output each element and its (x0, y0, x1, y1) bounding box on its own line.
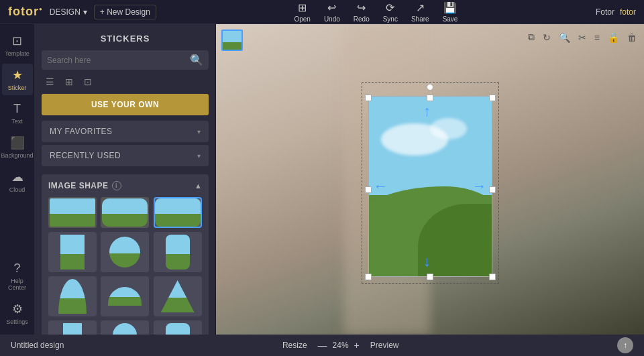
handle-top-middle[interactable] (427, 95, 433, 101)
lock-button[interactable]: 🔒 (606, 30, 621, 45)
shape-tall-circle[interactable] (101, 320, 149, 335)
background-icon: ⬛ (10, 135, 25, 150)
header: fotor● DESIGN ▾ + New Design ⊞ Open ↩ Un… (0, 0, 644, 24)
share-icon: ↗ (416, 1, 425, 14)
shape-landscape-rounded[interactable] (101, 197, 149, 228)
page-thumbnail[interactable] (221, 29, 243, 51)
resize-arrow-left: ← (374, 178, 388, 195)
undo-tool[interactable]: ↩ Undo (324, 1, 340, 23)
right-toolbar: ⧉ ↻ 🔍 ✂ ≡ 🔒 🗑 (526, 29, 639, 45)
sidebar-item-sticker[interactable]: ★ Sticker (2, 64, 33, 95)
shape-landscape-rect[interactable] (48, 197, 97, 228)
layers-button[interactable]: ≡ (592, 30, 602, 45)
favorites-chevron: ▾ (197, 128, 201, 135)
main-area: ⊡ Template ★ Sticker T Text ⬛ Background… (0, 24, 644, 335)
logo: fotor● (8, 5, 43, 19)
shape-tall-portrait[interactable] (48, 320, 97, 335)
new-design-button[interactable]: + New Design (94, 5, 156, 19)
grid-view-button[interactable]: ⊞ (62, 75, 76, 88)
zoom-out-button[interactable]: — (318, 340, 327, 351)
zoom-in-button[interactable]: + (354, 340, 360, 351)
sidebar-item-background[interactable]: ⬛ Background (2, 131, 33, 163)
text-icon: T (13, 102, 21, 116)
sidebar-item-template[interactable]: ⊡ Template (2, 29, 33, 61)
recently-used-accordion: RECENTLY USED ▾ (42, 145, 209, 166)
handle-top-left[interactable] (365, 95, 372, 101)
header-left: fotor● DESIGN ▾ + New Design (8, 5, 156, 19)
zoom-search-button[interactable]: 🔍 (557, 30, 572, 45)
bottom-center: Resize — 24% + Preview (282, 340, 399, 351)
open-tool[interactable]: ⊞ Open (294, 1, 310, 23)
header-tools: ⊞ Open ↩ Undo ↪ Redo ⟳ Sync ↗ Share 💾 Sa… (294, 1, 458, 23)
image-shape-title: IMAGE SHAPE i (48, 181, 121, 190)
view-options: ☰ ⊞ ⊡ (35, 75, 215, 94)
handle-middle-left[interactable] (365, 186, 372, 193)
zoom-controls: — 24% + (318, 340, 360, 351)
shape-portrait-rounded2[interactable] (154, 232, 202, 272)
sidebar-item-cloud[interactable]: ☁ Cloud (2, 166, 33, 197)
recently-chevron: ▾ (197, 152, 201, 160)
favorites-header[interactable]: MY FAVORITES ▾ (42, 121, 209, 142)
image-shape-info-icon[interactable]: i (112, 181, 121, 190)
canvas-selected-element[interactable]: ↑ ↓ ← → (368, 82, 492, 277)
handle-bottom-right[interactable] (489, 274, 496, 280)
shape-circle[interactable] (101, 232, 149, 272)
design-name: Untitled design (11, 341, 64, 350)
save-tool[interactable]: 💾 Save (443, 1, 458, 23)
header-right: Fotor fotor (596, 7, 636, 17)
rotate-handle[interactable] (427, 84, 433, 91)
redo-tool[interactable]: ↪ Redo (354, 1, 370, 23)
cloud-2 (430, 118, 467, 139)
search-icon: 🔍 (190, 54, 203, 66)
redo-icon: ↪ (357, 1, 366, 14)
sidebar-item-settings[interactable]: ⚙ Settings (2, 298, 33, 329)
cloud-icon: ☁ (11, 170, 23, 184)
handle-top-right[interactable] (489, 95, 496, 101)
search-bar[interactable]: 🔍 (42, 50, 209, 70)
collapse-icon[interactable]: ▲ (195, 182, 202, 190)
save-icon: 💾 (443, 1, 457, 14)
template-icon: ⊡ (12, 34, 22, 48)
resize-arrow-right: → (472, 178, 487, 195)
shape-portrait-rect[interactable] (48, 232, 97, 272)
zoom-value: 24% (333, 341, 349, 350)
resize-arrow-down: ↓ (423, 253, 431, 270)
open-icon: ⊞ (298, 1, 307, 14)
shape-grid (48, 197, 202, 335)
panel-title: STICKERS (35, 24, 215, 50)
shape-arch[interactable] (48, 276, 97, 316)
sidebar-item-help[interactable]: ? Help Center (2, 257, 33, 295)
bottom-left: Untitled design (11, 341, 64, 350)
cut-button[interactable]: ✂ (576, 30, 588, 45)
search-input[interactable] (47, 56, 186, 65)
bottom-action-button[interactable]: ↑ (617, 337, 633, 353)
preview-button[interactable]: Preview (370, 341, 399, 350)
handle-bottom-middle[interactable] (427, 274, 433, 280)
shape-square-rounded[interactable] (154, 197, 202, 228)
delete-button[interactable]: 🗑 (625, 30, 639, 45)
shape-tall-diamond[interactable] (154, 320, 202, 335)
undo-icon: ↩ (327, 1, 336, 14)
bottom-bar: Untitled design Resize — 24% + Preview ↑ (0, 335, 644, 356)
thumbnail-1[interactable] (221, 29, 243, 51)
bottom-right: ↑ (617, 337, 633, 353)
shape-triangle[interactable] (154, 276, 202, 316)
handle-middle-right[interactable] (489, 186, 496, 193)
sidebar: ⊡ Template ★ Sticker T Text ⬛ Background… (0, 24, 35, 335)
handle-bottom-left[interactable] (365, 274, 372, 280)
sticker-icon: ★ (12, 68, 23, 82)
shape-half-circle[interactable] (101, 276, 149, 316)
sync-tool[interactable]: ⟳ Sync (383, 1, 398, 23)
use-own-button[interactable]: USE YOUR OWN (42, 94, 209, 115)
recently-used-header[interactable]: RECENTLY USED ▾ (42, 145, 209, 166)
favorites-accordion: MY FAVORITES ▾ (42, 121, 209, 142)
canvas-area[interactable]: ⧉ ↻ 🔍 ✂ ≡ 🔒 🗑 (216, 24, 644, 335)
share-tool[interactable]: ↗ Share (411, 1, 429, 23)
settings-icon: ⚙ (12, 302, 23, 316)
design-button[interactable]: DESIGN ▾ (50, 7, 87, 17)
copy-button[interactable]: ⧉ (526, 29, 537, 45)
image-view-button[interactable]: ⊡ (81, 75, 95, 88)
sidebar-item-text[interactable]: T Text (2, 98, 33, 129)
refresh-button[interactable]: ↻ (541, 30, 553, 45)
list-view-button[interactable]: ☰ (43, 75, 57, 88)
